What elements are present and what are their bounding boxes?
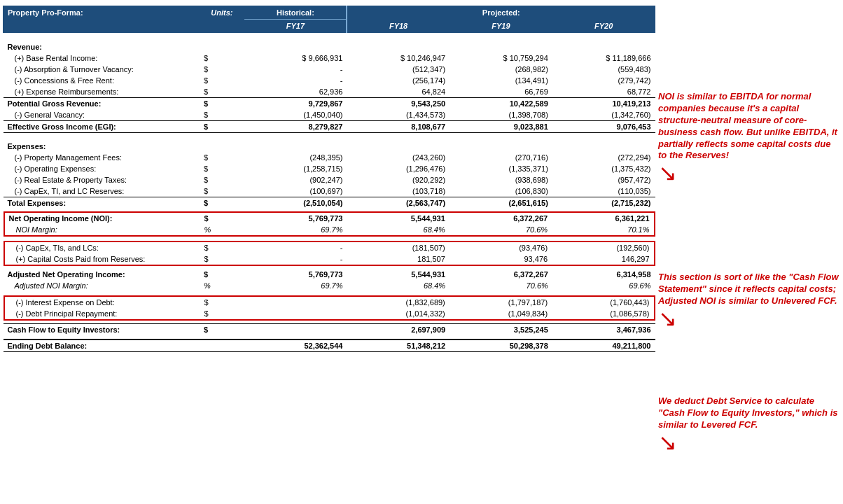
principal-unit: $ — [200, 308, 244, 320]
operating-row: (-) Operating Expenses: $ (1,258,715) (1… — [4, 163, 655, 174]
expense-reimb-label: (+) Expense Reimbursements: — [4, 86, 200, 98]
adjusted-noi-unit: $ — [200, 269, 244, 280]
concessions-fy18: (256,174) — [347, 75, 450, 86]
base-rental-fy17: $ 9,666,931 — [244, 52, 347, 64]
adjusted-noi-fy17: 5,769,773 — [244, 269, 347, 280]
re-taxes-fy20: (957,472) — [552, 174, 655, 186]
noi-label: Net Operating Income (NOI): — [4, 212, 200, 224]
base-rental-unit: $ — [200, 52, 244, 64]
historical-header: Historical: — [244, 6, 347, 20]
egi-row: Effective Gross Income (EGI): $ 8,279,82… — [4, 120, 655, 132]
operating-unit: $ — [200, 163, 244, 174]
principal-label: (-) Debt Principal Repayment: — [4, 308, 200, 320]
interest-unit: $ — [200, 296, 244, 308]
ending-debt-fy20: 49,211,800 — [552, 340, 655, 352]
noi-fy20: 6,361,221 — [552, 212, 654, 224]
ending-debt-fy19: 50,298,378 — [450, 340, 552, 352]
potential-gross-unit: $ — [200, 97, 244, 109]
absorption-unit: $ — [200, 64, 244, 75]
concessions-label: (-) Concessions & Free Rent: — [4, 75, 200, 86]
expense-reimb-fy20: 68,772 — [552, 86, 655, 98]
ending-debt-unit — [200, 340, 244, 352]
capex-lcs-fy20: (192,560) — [552, 241, 654, 253]
page-container: Property Pro-Forma: Units: Historical: P… — [0, 0, 843, 358]
fy18-header: FY18 — [347, 20, 450, 33]
adjusted-noi-fy18: 5,544,931 — [347, 269, 450, 280]
cash-flow-equity-fy20: 3,467,936 — [552, 324, 655, 336]
arrow-2: ↘ — [658, 307, 840, 330]
total-expenses-fy19: (2,651,615) — [450, 197, 552, 209]
potential-gross-fy20: 10,419,213 — [552, 97, 655, 109]
re-taxes-fy17: (902,247) — [244, 174, 347, 186]
potential-gross-row: Potential Gross Revenue: $ 9,729,867 9,5… — [4, 97, 655, 109]
projected-header: Projected: — [347, 6, 655, 20]
table-section: Property Pro-Forma: Units: Historical: P… — [0, 0, 658, 358]
concessions-fy20: (279,742) — [552, 75, 655, 86]
principal-row: (-) Debt Principal Repayment: $ (1,014,3… — [4, 308, 655, 320]
total-expenses-row: Total Expenses: $ (2,510,054) (2,563,747… — [4, 197, 655, 209]
capital-costs-fy20: 146,297 — [552, 253, 654, 265]
mgmt-fees-fy20: (272,294) — [552, 152, 655, 163]
total-expenses-fy20: (2,715,232) — [552, 197, 655, 209]
general-vacancy-fy20: (1,342,760) — [552, 109, 655, 121]
noi-fy17: 5,769,773 — [244, 212, 347, 224]
egi-unit: $ — [200, 120, 244, 132]
annotation-2-text: This section is sort of like the "Cash F… — [658, 272, 840, 307]
base-rental-fy18: $ 10,246,947 — [347, 52, 450, 64]
egi-fy20: 9,076,453 — [552, 120, 655, 132]
interest-fy17 — [244, 296, 347, 308]
noi-margin-fy19: 70.6% — [450, 224, 552, 236]
interest-label: (-) Interest Expense on Debt: — [4, 296, 200, 308]
capital-costs-fy18: 181,507 — [347, 253, 449, 265]
noi-value-row: Net Operating Income (NOI): $ 5,769,773 … — [4, 212, 655, 224]
revenue-title-row: Revenue: — [4, 37, 655, 52]
potential-gross-fy17: 9,729,867 — [244, 97, 347, 109]
principal-fy20: (1,086,578) — [552, 308, 654, 320]
capex-lcs-fy18: (181,507) — [347, 241, 449, 253]
general-vacancy-fy18: (1,434,573) — [347, 109, 450, 121]
concessions-fy17: - — [244, 75, 347, 86]
mgmt-fees-fy17: (248,395) — [244, 152, 347, 163]
general-vacancy-fy19: (1,398,708) — [450, 109, 552, 121]
concessions-unit: $ — [200, 75, 244, 86]
noi-margin-row: NOI Margin: % 69.7% 68.4% 70.6% 70.1% — [4, 224, 655, 236]
adjusted-noi-fy19: 6,372,267 — [450, 269, 552, 280]
mgmt-fees-unit: $ — [200, 152, 244, 163]
total-expenses-fy17: (2,510,054) — [244, 197, 347, 209]
operating-fy20: (1,375,432) — [552, 163, 655, 174]
adjusted-noi-margin-label: Adjusted NOI Margin: — [4, 280, 200, 291]
potential-gross-label: Potential Gross Revenue: — [4, 97, 200, 109]
mgmt-fees-fy18: (243,260) — [347, 152, 450, 163]
mgmt-fees-label: (-) Property Management Fees: — [4, 152, 200, 163]
potential-gross-fy19: 10,422,589 — [450, 97, 552, 109]
base-rental-fy19: $ 10,759,294 — [450, 52, 552, 64]
absorption-fy20: (559,483) — [552, 64, 655, 75]
capex-reserves-row: (-) CapEx, TI, and LC Reserves: $ (100,6… — [4, 186, 655, 197]
noi-margin-unit: % — [200, 224, 244, 236]
base-rental-label: (+) Base Rental Income: — [4, 52, 200, 64]
re-taxes-unit: $ — [200, 174, 244, 186]
general-vacancy-unit: $ — [200, 109, 244, 121]
interest-row: (-) Interest Expense on Debt: $ (1,832,6… — [4, 296, 655, 308]
total-expenses-label: Total Expenses: — [4, 197, 200, 209]
noi-margin-fy18: 68.4% — [347, 224, 449, 236]
re-taxes-label: (-) Real Estate & Property Taxes: — [4, 174, 200, 186]
re-taxes-fy18: (920,292) — [347, 174, 450, 186]
annotation-3-text: We deduct Debt Service to calculate "Cas… — [658, 396, 840, 431]
adjusted-noi-margin-row: Adjusted NOI Margin: % 69.7% 68.4% 70.6%… — [4, 280, 655, 291]
egi-fy19: 9,023,881 — [450, 120, 552, 132]
annotation-1: NOI is similar to EBITDA for normal comp… — [658, 91, 840, 184]
expense-reimb-row: (+) Expense Reimbursements: $ 62,936 64,… — [4, 86, 655, 98]
cash-flow-equity-fy17 — [244, 324, 347, 336]
expense-reimb-fy17: 62,936 — [244, 86, 347, 98]
total-expenses-unit: $ — [200, 197, 244, 209]
mgmt-fees-fy19: (270,716) — [450, 152, 552, 163]
fy20-header: FY20 — [552, 20, 655, 33]
noi-unit: $ — [200, 212, 244, 224]
fy17-header: FY17 — [244, 20, 347, 33]
adjusted-noi-margin-fy20: 69.6% — [552, 280, 655, 291]
cash-flow-equity-fy19: 3,525,245 — [450, 324, 552, 336]
adjusted-noi-label: Adjusted Net Operating Income: — [4, 269, 200, 280]
operating-fy17: (1,258,715) — [244, 163, 347, 174]
adjusted-noi-margin-fy19: 70.6% — [450, 280, 552, 291]
